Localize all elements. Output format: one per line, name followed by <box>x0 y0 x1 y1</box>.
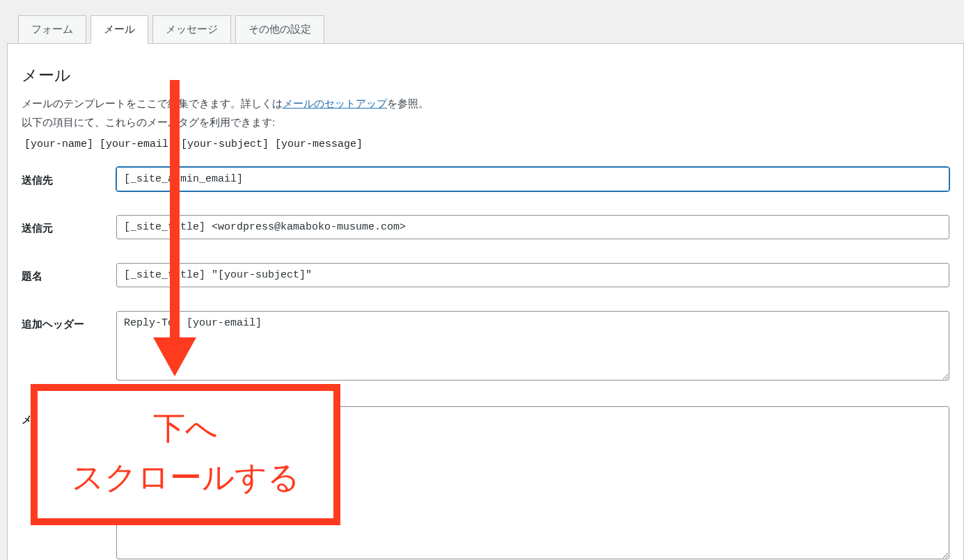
mail-form-table: 送信先 送信元 題名 追加ヘッダー メッセージ本文 <box>22 167 949 560</box>
available-mail-tags: [your-name] [your-email] [your-subject] … <box>22 133 949 167</box>
row-body: メッセージ本文 <box>22 406 949 560</box>
description-line-2: 以下の項目にて、これらのメールタグを利用できます: <box>22 115 949 131</box>
input-subject[interactable] <box>116 263 949 287</box>
row-subject: 題名 <box>22 263 949 287</box>
input-to[interactable] <box>116 167 949 191</box>
tab-messages[interactable]: メッセージ <box>152 15 231 44</box>
mail-panel: メール メールのテンプレートをここで編集できます。詳しくはメールのセットアップを… <box>7 43 964 560</box>
input-from[interactable] <box>116 215 949 239</box>
section-title: メール <box>22 65 949 86</box>
label-additional-headers: 追加ヘッダー <box>22 311 116 331</box>
mail-setup-link[interactable]: メールのセットアップ <box>283 97 387 109</box>
description-line-1: メールのテンプレートをここで編集できます。詳しくはメールのセットアップを参照。 <box>22 96 949 112</box>
tabs-nav: フォーム メール メッセージ その他の設定 <box>0 0 964 44</box>
desc-text-before: メールのテンプレートをここで編集できます。詳しくは <box>22 97 283 109</box>
row-to: 送信先 <box>22 167 949 191</box>
label-from: 送信元 <box>22 215 116 235</box>
label-body: メッセージ本文 <box>22 406 116 426</box>
label-to: 送信先 <box>22 167 116 187</box>
textarea-body[interactable] <box>116 406 949 559</box>
row-from: 送信元 <box>22 215 949 239</box>
row-headers: 追加ヘッダー <box>22 311 949 383</box>
tab-form[interactable]: フォーム <box>18 15 86 44</box>
label-subject: 題名 <box>22 263 116 283</box>
textarea-additional-headers[interactable] <box>116 311 949 381</box>
tab-mail[interactable]: メール <box>90 15 148 44</box>
desc-text-after: を参照。 <box>387 97 429 109</box>
tab-other-settings[interactable]: その他の設定 <box>235 15 324 44</box>
